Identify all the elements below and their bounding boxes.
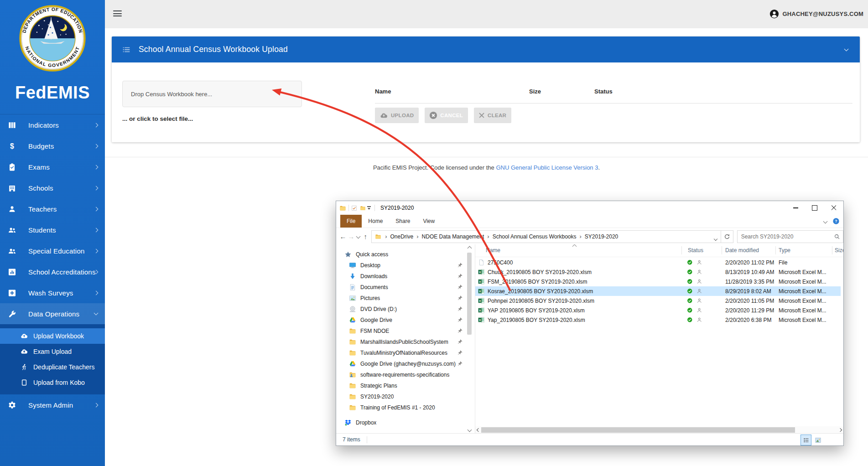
nav-item-software-requirements[interactable]: software-requirements-specifications <box>336 369 475 380</box>
nav-item-quick-access[interactable]: Quick access <box>336 249 475 260</box>
refresh-button[interactable] <box>721 230 733 243</box>
folder-icon <box>349 327 356 335</box>
file-row[interactable]: Yap_20190805 BOY SY2019-2020.xlsm 2/20/2… <box>475 315 843 325</box>
tab-view[interactable]: View <box>416 215 441 228</box>
sidebar-item-exams[interactable]: Exams <box>0 156 105 177</box>
collapse-chevron-icon[interactable] <box>844 47 849 52</box>
horizontal-scrollbar[interactable] <box>475 426 843 434</box>
thumbnails-view-button[interactable] <box>812 435 823 445</box>
nav-item-dropbox[interactable]: Dropbox <box>336 417 475 428</box>
sidebar-item-special-education[interactable]: Special Education <box>0 240 105 261</box>
column-name[interactable]: Name <box>486 247 500 254</box>
folder-icon[interactable] <box>360 205 366 211</box>
breadcrumb-chevron: › <box>414 233 421 240</box>
plus-box-icon <box>8 289 16 297</box>
customize-toolbar-icon[interactable] <box>367 206 371 210</box>
close-button[interactable] <box>824 201 843 215</box>
submenu-item-deduplicate-teachers[interactable]: Deduplicate Teachers <box>0 359 105 375</box>
sidebar-item-students[interactable]: Students <box>0 219 105 240</box>
maximize-button[interactable] <box>805 201 824 215</box>
explorer-title-bar[interactable]: SY2019-2020 <box>336 201 843 215</box>
expand-ribbon-icon[interactable] <box>823 219 828 223</box>
upload-button[interactable]: UPLOAD <box>375 108 419 123</box>
sidebar-item-school-accreditations[interactable]: School Accreditations <box>0 261 105 282</box>
census-workbook-dropzone[interactable]: Drop Census Workbook here... <box>122 81 302 107</box>
file-row[interactable]: 2750C400 2/20/2020 11:02 PM File <box>475 258 843 267</box>
nav-item-sy2019-2020[interactable]: SY2019-2020 <box>336 391 475 402</box>
nav-item-documents[interactable]: Documents <box>336 282 475 293</box>
nav-item-strategic-plans[interactable]: Strategic Plans <box>336 380 475 391</box>
excel-icon <box>478 269 485 275</box>
nav-item-desktop[interactable]: Desktop <box>336 260 475 271</box>
ribbon-tabs: File Home Share View <box>336 215 843 228</box>
user-menu[interactable]: GHACHEY@NUZUSYS.COM <box>769 9 863 19</box>
hamburger-menu-button[interactable] <box>113 10 122 17</box>
submenu-item-upload-workbook[interactable]: Upload Workbook <box>0 328 105 344</box>
breadcrumb-school-annual-census-workbooks[interactable]: School Annual Census Workbooks <box>492 233 577 240</box>
gnu-license-link[interactable]: GNU General Public License Version 3 <box>496 164 598 171</box>
sidebar-item-label: Wash Surveys <box>28 289 73 297</box>
nav-item-fsm-ndoe[interactable]: FSM NDOE <box>336 326 475 337</box>
back-button[interactable]: ← <box>339 233 347 240</box>
file-row-selected[interactable]: Kosrae_20190805 BOY SY2019-2020.xlsm 8/2… <box>475 286 841 296</box>
upload-panel-header[interactable]: School Annual Census Workbook Upload <box>112 36 860 62</box>
scrollbar-thumb[interactable] <box>467 253 472 335</box>
nav-scrollbar[interactable] <box>466 244 473 434</box>
search-input[interactable] <box>740 233 834 240</box>
column-type[interactable]: Type <box>779 247 790 254</box>
up-button[interactable]: ↑ <box>361 233 369 240</box>
synced-check-icon <box>687 317 693 323</box>
tab-share[interactable]: Share <box>389 215 416 228</box>
gear-icon <box>8 401 16 409</box>
nav-item-google-drive[interactable]: Google Drive <box>336 315 475 326</box>
column-status[interactable]: Status <box>688 247 703 254</box>
nav-item-dvd-drive[interactable]: DVD Drive (D:) <box>336 304 475 315</box>
submenu-item-exam-upload[interactable]: Exam Upload <box>0 344 105 359</box>
breadcrumb-onedrive[interactable]: OneDrive <box>390 233 415 240</box>
sidebar-item-data-operations[interactable]: Data Operations <box>0 303 105 324</box>
dollar-icon <box>8 142 16 150</box>
nav-item-training-fedemis[interactable]: Training of FedEMIS #1 - 2020 <box>336 402 475 413</box>
column-date-modified[interactable]: Date modified <box>725 247 759 254</box>
tab-home[interactable]: Home <box>362 215 389 228</box>
details-view-button[interactable] <box>800 435 811 445</box>
column-size[interactable]: Size <box>835 247 843 254</box>
file-row[interactable]: Chuuk_20190805 BOY SY2019-2020.xlsm 8/13… <box>475 267 843 277</box>
file-row[interactable]: Pohnpei 20190805 BOY SY2019-2020.xlsm 2/… <box>475 296 843 305</box>
recent-locations-icon[interactable] <box>355 234 362 239</box>
gdrive-icon <box>349 360 356 368</box>
nav-item-marshall-islands[interactable]: MarshallIslandsPublicSchoolSystem <box>336 337 475 347</box>
file-list: Name Status Date modified Type Size 2750… <box>475 244 843 434</box>
address-dropdown-icon[interactable] <box>714 235 717 242</box>
breadcrumb-ndoe-data-management[interactable]: NDOE Data Management <box>421 233 485 240</box>
quick-access-check-icon[interactable] <box>351 205 357 211</box>
address-field[interactable]: › OneDrive › NDOE Data Management › Scho… <box>371 230 721 243</box>
sidebar-item-teachers[interactable]: Teachers <box>0 198 105 219</box>
nav-item-tuvalu-ministry[interactable]: TuvaluMinistryOfNationalResources <box>336 347 475 358</box>
nav-item-pictures[interactable]: Pictures <box>336 293 475 304</box>
forward-button[interactable]: → <box>347 233 355 240</box>
scroll-left-icon[interactable] <box>477 428 480 432</box>
scroll-up-icon[interactable] <box>468 246 472 251</box>
nav-item-google-drive-ghachey[interactable]: Google Drive (ghachey@nuzusys.com) <box>336 358 475 369</box>
cancel-button[interactable]: CANCEL <box>425 108 468 123</box>
sidebar-item-budgets[interactable]: Budgets <box>0 135 105 156</box>
scrollbar-thumb[interactable] <box>481 427 795 433</box>
nav-item-downloads[interactable]: Downloads <box>336 271 475 282</box>
scroll-right-icon[interactable] <box>838 428 842 432</box>
sidebar-item-schools[interactable]: Schools <box>0 177 105 198</box>
minimize-button[interactable] <box>786 201 805 215</box>
tab-file[interactable]: File <box>340 215 362 228</box>
pin-icon <box>457 262 463 268</box>
sidebar-item-wash-surveys[interactable]: Wash Surveys <box>0 282 105 303</box>
file-row[interactable]: FSM_20190805 BOY SY2019-2020.xlsm 11/28/… <box>475 277 843 286</box>
help-icon[interactable] <box>832 217 840 225</box>
sidebar-item-system-admin[interactable]: System Admin <box>0 394 105 415</box>
search-box[interactable] <box>737 230 843 243</box>
sidebar-item-indicators[interactable]: Indicators <box>0 114 105 135</box>
file-row[interactable]: YAP 20190805 BOY SY2019-2020.xlsm 2/20/2… <box>475 305 843 315</box>
scroll-down-icon[interactable] <box>468 428 472 432</box>
clear-button[interactable]: CLEAR <box>474 108 511 123</box>
breadcrumb-sy2019-2020[interactable]: SY2019-2020 <box>584 233 619 240</box>
submenu-item-upload-from-kobo[interactable]: Upload from Kobo <box>0 375 105 390</box>
